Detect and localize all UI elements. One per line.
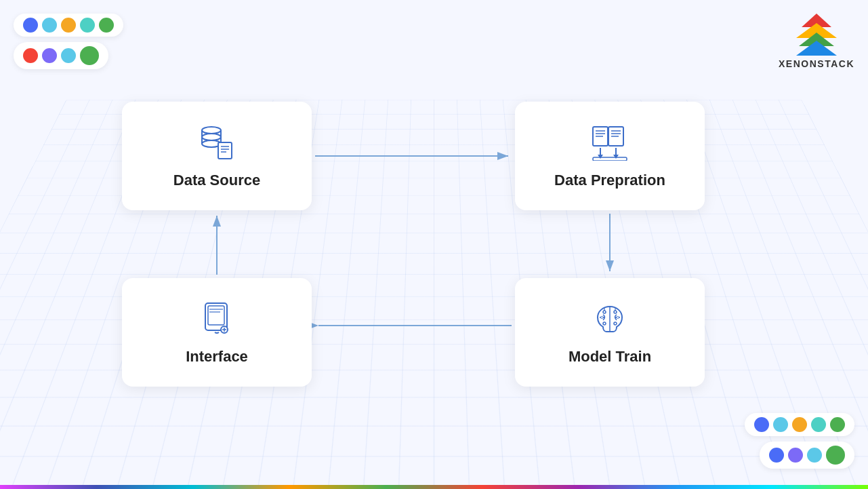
dot-4 xyxy=(80,18,95,33)
datasource-label: Data Source xyxy=(173,172,260,189)
decorator-bottom-row-1 xyxy=(745,413,854,436)
dot-8 xyxy=(61,48,76,63)
svg-point-40 xyxy=(614,322,617,325)
svg-point-4 xyxy=(202,127,221,134)
decorator-bottom-row-2 xyxy=(760,442,854,469)
dot-b5 xyxy=(830,417,845,432)
svg-point-8 xyxy=(202,134,221,140)
modeltrain-label: Model Train xyxy=(569,348,651,366)
dot-b7 xyxy=(788,448,803,463)
svg-rect-12 xyxy=(218,142,232,159)
box-interface[interactable]: Interface xyxy=(122,278,312,387)
svg-point-38 xyxy=(614,311,617,313)
dot-b4 xyxy=(811,417,826,432)
top-left-decorators xyxy=(14,14,123,69)
documents-icon xyxy=(590,123,630,165)
tablet-icon xyxy=(199,300,236,341)
dot-b2 xyxy=(773,417,788,432)
interface-label: Interface xyxy=(186,348,248,366)
brain-icon xyxy=(590,300,630,341)
dot-b8 xyxy=(807,448,822,463)
logo-area: XENONSTACK xyxy=(779,14,854,69)
decorator-row-2 xyxy=(14,42,108,69)
bottom-color-bar xyxy=(0,485,868,489)
svg-point-37 xyxy=(603,311,606,313)
diagram-container: Data Source Data P xyxy=(122,102,705,387)
dot-6 xyxy=(23,48,38,63)
bottom-right-decorators xyxy=(745,413,854,469)
dot-5 xyxy=(99,18,114,33)
database-icon xyxy=(197,123,237,165)
svg-marker-27 xyxy=(613,155,619,159)
svg-rect-28 xyxy=(593,157,627,161)
box-dataprep[interactable]: Data Prepration xyxy=(515,102,705,210)
dot-b6 xyxy=(769,448,784,463)
dot-b1 xyxy=(754,417,769,432)
dot-green-large xyxy=(80,46,99,65)
dot-2 xyxy=(42,18,57,33)
dot-b-green-large xyxy=(826,446,845,465)
box-modeltrain[interactable]: Model Train xyxy=(515,278,705,387)
svg-marker-25 xyxy=(598,155,603,159)
logo-layer-blue xyxy=(796,41,837,56)
svg-point-39 xyxy=(603,322,606,325)
dataprep-label: Data Prepration xyxy=(554,172,665,189)
dot-b3 xyxy=(792,417,807,432)
decorator-row-1 xyxy=(14,14,123,37)
dot-3 xyxy=(61,18,76,33)
xenonstack-label: XENONSTACK xyxy=(779,58,854,69)
box-datasource[interactable]: Data Source xyxy=(122,102,312,210)
dot-1 xyxy=(23,18,38,33)
dot-7 xyxy=(42,48,57,63)
xenonstack-logo-icon xyxy=(796,14,837,54)
